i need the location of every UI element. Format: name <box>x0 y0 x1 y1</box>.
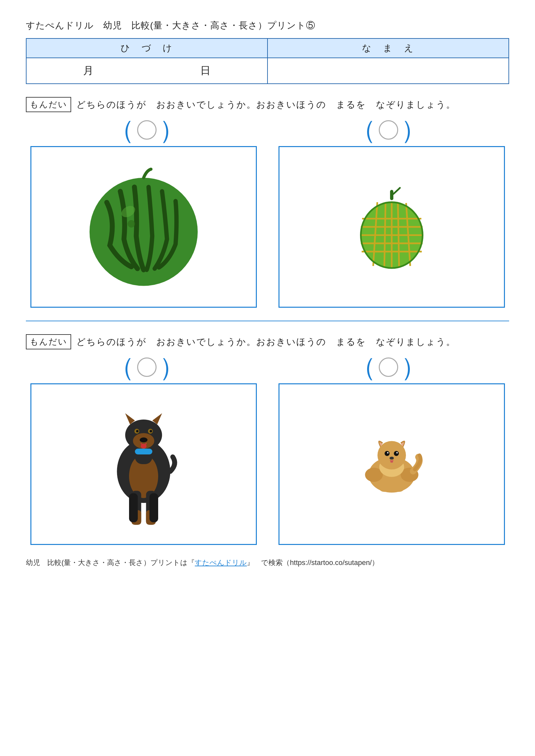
svg-point-2 <box>127 220 135 228</box>
svg-point-43 <box>394 451 399 456</box>
svg-point-45 <box>396 452 398 453</box>
right-paren-5: ） <box>401 354 427 380</box>
image-box-melon <box>278 146 505 308</box>
svg-point-47 <box>390 461 393 463</box>
left-paren-5: （ <box>350 354 376 380</box>
question-block-1: もんだい どちらのほうが おおきいでしょうか。おおきいほうの まるを なぞりまし… <box>26 97 509 308</box>
footer: 幼児 比較(量・大きさ・高さ・長さ）プリントは『すたぺんドリル』 で検索（htt… <box>26 558 509 568</box>
name-cell <box>268 58 509 84</box>
right-paren-4: ） <box>159 354 185 380</box>
image-boxes-row-2 <box>26 383 509 545</box>
small-dog-image <box>356 432 427 497</box>
svg-point-25 <box>136 430 138 432</box>
page-title: すたぺんドリル 幼児 比較(量・大きさ・高さ・長さ）プリント⑤ <box>26 19 509 32</box>
melon-image <box>347 182 437 272</box>
circle-group-right-2: （ ） <box>350 354 427 380</box>
svg-point-48 <box>379 485 390 492</box>
mondai-badge-1: もんだい <box>26 97 71 112</box>
left-paren-1: （ <box>109 117 134 143</box>
day-label: 日 <box>200 64 211 78</box>
left-paren-4: （ <box>109 354 134 380</box>
date-cell: 月 日 <box>26 58 268 84</box>
svg-rect-34 <box>129 493 138 522</box>
footer-link[interactable]: すたぺんドリル <box>195 558 247 567</box>
answer-circle-1b <box>379 120 398 140</box>
date-header: ひ づ け <box>26 39 268 58</box>
circles-row-2: （ ） （ ） <box>26 354 509 380</box>
svg-point-42 <box>384 451 389 456</box>
image-boxes-row-1 <box>26 146 509 308</box>
svg-point-27 <box>140 438 148 443</box>
svg-rect-29 <box>135 448 152 454</box>
circle-group-left-2: （ ） <box>109 354 185 380</box>
month-label: 月 <box>83 64 94 78</box>
question2-text: どちらのほうが おおきいでしょうか。おおきいほうの まるを なぞりましょう。 <box>76 336 456 348</box>
svg-point-46 <box>389 457 394 460</box>
mondai-badge-2: もんだい <box>26 334 71 349</box>
question2-row: もんだい どちらのほうが おおきいでしょうか。おおきいほうの まるを なぞりまし… <box>26 334 509 349</box>
footer-text-after: 』 で検索（https://startoo.co/sutapen/） <box>247 558 379 567</box>
answer-circle-2a <box>137 358 156 377</box>
watermelon-image <box>82 166 205 288</box>
svg-point-26 <box>150 430 152 432</box>
left-paren-2: （ <box>350 117 376 143</box>
circle-group-left-1: （ ） <box>109 117 185 143</box>
question1-text: どちらのほうが おおきいでしょうか。おおきいほうの まるを なぞりましょう。 <box>76 98 456 111</box>
header-table: ひ づ け な ま え 月 日 <box>26 38 509 84</box>
footer-text-before: 幼児 比較(量・大きさ・高さ・長さ）プリントは『 <box>26 558 195 567</box>
question-block-2: もんだい どちらのほうが おおきいでしょうか。おおきいほうの まるを なぞりまし… <box>26 334 509 545</box>
svg-point-44 <box>387 452 388 453</box>
svg-point-41 <box>378 441 406 470</box>
circles-row-1: （ ） （ ） <box>26 117 509 143</box>
image-box-watermelon <box>30 146 257 308</box>
answer-circle-2b <box>379 358 398 377</box>
section-divider <box>26 321 509 321</box>
name-header: な ま え <box>268 39 509 58</box>
circle-group-right-1: （ ） <box>350 117 427 143</box>
question1-row: もんだい どちらのほうが おおきいでしょうか。おおきいほうの まるを なぞりまし… <box>26 97 509 112</box>
svg-point-49 <box>393 485 404 492</box>
answer-circle-1a <box>137 120 156 140</box>
image-box-big-dog <box>30 383 257 545</box>
svg-point-28 <box>141 444 147 448</box>
big-dog-image <box>89 396 199 532</box>
svg-rect-3 <box>390 190 393 200</box>
right-paren-1: ） <box>159 117 185 143</box>
svg-rect-35 <box>150 493 158 522</box>
right-paren-3: ） <box>401 117 427 143</box>
image-box-small-dog <box>278 383 505 545</box>
